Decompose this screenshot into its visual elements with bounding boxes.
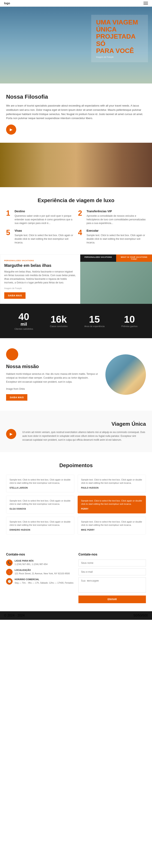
phone-val: 1 (234) 567-891, 1 (234) 987-654 [15, 563, 48, 566]
experiencia-heading: Experiência de viagem de luxo [6, 197, 146, 204]
dep-name: STELLA LARSON [9, 487, 71, 489]
stat-item: 16k Casos concluídos [50, 314, 68, 328]
viagem-play-button[interactable]: ▶ [6, 429, 16, 439]
exp-text: Aproveite a comodidade de nossos veículo… [86, 214, 146, 225]
hero-credit: Imagem de Freepik [96, 56, 143, 58]
exp-content: Transferências VIP Aproveite a comodidad… [86, 210, 146, 225]
personalized-right: PERSONALIZED VACATIONS WHAT IS YOUR VACA… [80, 254, 152, 304]
stat-label: Casos concluídos [50, 325, 68, 328]
personalized-credit: Imagem de Freepik [4, 287, 76, 289]
dep-card: Sample text. Click to select the text bo… [6, 517, 74, 534]
exp-number: 1 [6, 210, 12, 217]
exp-text: Queremos saber onde e por quê você quer … [15, 214, 74, 225]
hours-label: HORÁRIO COMERCIAL [15, 578, 73, 581]
exp-title: Visas [15, 229, 74, 232]
contact-info-heading: Contate-nos [6, 553, 74, 556]
exp-number: 5 [6, 229, 12, 236]
dep-text: Sample text. Click to select the text bo… [81, 478, 143, 485]
team-image [0, 143, 152, 187]
missao-section: Nossa missão Habitant morbi tristique se… [0, 338, 152, 411]
personalized-tabs: PERSONALIZED VACATIONS WHAT IS YOUR VACA… [80, 254, 152, 262]
stat-number: 16k [50, 314, 68, 324]
stat-number: 40 [15, 312, 33, 321]
contact-phone-item: 📞 LIGUE PARA NÓS 1 (234) 567-891, 1 (234… [6, 560, 74, 566]
exp-text: Sample text. Click to select the text bo… [86, 234, 146, 244]
hero-section: UMA VIAGEM ÚNICA PROJETADA SÓ PARA VOCÊ … [0, 7, 152, 84]
depoimentos-grid: Sample text. Click to select the text bo… [6, 475, 146, 534]
viagem-text: Viagem Única Ut enim ad minim veniam, qu… [22, 421, 146, 442]
contact-location-item: 📍 LOCALIZAÇÃO 121 Rock Street, 21 Avenue… [6, 569, 74, 575]
form-message-input[interactable] [78, 577, 146, 593]
hero-overlay: UMA VIAGEM ÚNICA PROJETADA SÓ PARA VOCÊ … [91, 15, 148, 62]
missao-image [105, 354, 146, 395]
stat-suffix: mil [15, 321, 33, 327]
contact-form-heading: Contate-nos [78, 553, 146, 556]
footer-right: 50/50/500 [133, 614, 148, 617]
viagem-inner: ▶ Viagem Única Ut enim ad minim veniam, … [6, 421, 146, 442]
tab-vacations-type[interactable]: WHAT IS YOUR VACATIONS TYPE? [116, 254, 152, 262]
experiencia-section: Experiência de viagem de luxo 1 Destino … [0, 187, 152, 254]
form-submit-button[interactable]: ENVIAR [78, 595, 146, 603]
viagem-heading: Viagem Única [22, 421, 146, 427]
filosofia-play-button[interactable]: ▶ [6, 125, 16, 135]
missao-image-container [105, 354, 146, 395]
dep-card: Sample text. Click to select the text bo… [78, 496, 146, 514]
stat-item: 40 mil Clientes satisfeitos [15, 312, 33, 330]
viagem-circle: ▶ [6, 421, 16, 439]
dep-text: Sample text. Click to select the text bo… [81, 499, 143, 506]
missao-btn[interactable]: SAIBA MAIS [6, 394, 27, 401]
phone-label: LIGUE PARA NÓS [15, 560, 48, 562]
experiencia-grid: 1 Destino Queremos saber onde e por quê … [6, 210, 146, 244]
footer: © 2024 - 2024 50/50/500 [0, 611, 152, 620]
exp-item: 5 Visas Sample text. Click to select the… [6, 229, 74, 244]
viagem-paragraph: Ut enim ad minim veniam, quis nostrud ex… [22, 430, 146, 442]
logo: logo [4, 2, 10, 5]
stat-label: Clientes satisfeitos [15, 328, 33, 330]
footer-left: © 2024 - 2024 [4, 614, 25, 617]
hamburger-menu[interactable] [144, 2, 148, 5]
exp-content: Visas Sample text. Click to select the t… [15, 229, 74, 244]
missao-heading: Nossa missão [6, 364, 99, 369]
dep-text: Sample text. Click to select the text bo… [9, 520, 71, 527]
header: logo [0, 0, 152, 7]
form-email-input[interactable] [78, 568, 146, 575]
play-icon: ▶ [10, 127, 12, 132]
dep-name: DINHEIRO HUDSON [9, 529, 71, 531]
stats-section: 40 mil Clientes satisfeitos 16k Casos co… [0, 304, 152, 338]
dep-name: OLGA IVANOVA [9, 508, 71, 510]
contact-location-text: LOCALIZAÇÃO 121 Rock Street, 21 Avenue, … [15, 569, 70, 575]
exp-number: 2 [78, 210, 84, 217]
personalized-section: PERSONALIZED VACATIONS Marguthe em belas… [0, 254, 152, 304]
location-icon: 📍 [6, 569, 12, 575]
stat-label: Prêmios ganhos [121, 325, 137, 328]
personalized-btn[interactable]: SAIBA MAIS [4, 292, 26, 299]
exp-content: Executar Sample text. Click to select th… [86, 229, 146, 244]
stat-number: 15 [84, 314, 105, 324]
dep-text: Sample text. Click to select the text bo… [9, 499, 71, 506]
dep-text: Sample text. Click to select the text bo… [9, 478, 71, 485]
tab-personalized[interactable]: PERSONALIZED VACATIONS [80, 254, 116, 262]
exp-item: 4 Executar Sample text. Click to select … [78, 229, 146, 244]
dep-card: Sample text. Click to select the text bo… [78, 475, 146, 492]
missao-circle [6, 348, 18, 361]
contact-section: Contate-nos 📞 LIGUE PARA NÓS 1 (234) 567… [0, 545, 152, 611]
contact-form: Contate-nos ENVIAR [78, 553, 146, 603]
contact-hours-text: HORÁRIO COMERCIAL Seg — Tim. : 9hs — 17h… [15, 578, 73, 585]
missao-content: Nossa missão Habitant morbi tristique se… [6, 348, 99, 401]
personalized-image [80, 261, 152, 304]
personalized-left: PERSONALIZED VACATIONS Marguthe em belas… [0, 254, 80, 304]
dep-name: PAULO HUDSON [81, 487, 143, 489]
dep-name: MIKE PERRY [81, 529, 143, 531]
missao-text: Habitant morbi tristique senectus et. Ha… [6, 372, 99, 384]
exp-item: 1 Destino Queremos saber onde e por quê … [6, 210, 74, 225]
dep-card: Sample text. Click to select the text bo… [78, 517, 146, 534]
phone-icon: 📞 [6, 560, 12, 566]
exp-text: Sample text. Click to select the text bo… [15, 234, 74, 244]
exp-title: Destino [15, 210, 74, 213]
dep-card: Sample text. Click to select the text bo… [6, 475, 74, 492]
form-name-input[interactable] [78, 560, 146, 566]
stat-number: 10 [121, 314, 137, 324]
exp-content: Destino Queremos saber onde e por quê vo… [15, 210, 74, 225]
contact-phone-text: LIGUE PARA NÓS 1 (234) 567-891, 1 (234) … [15, 560, 48, 566]
location-label: LOCALIZAÇÃO [15, 569, 70, 571]
